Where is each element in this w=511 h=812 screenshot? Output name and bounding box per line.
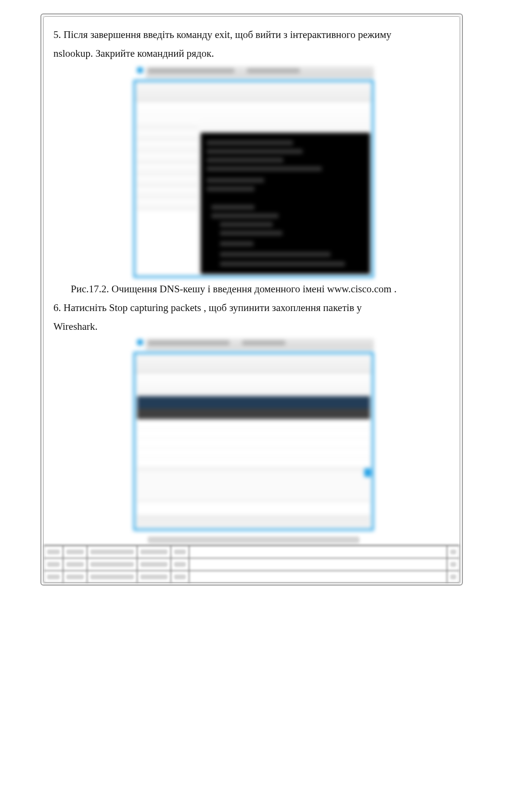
document-page-inner: 5. Після завершення введіть команду exit… [43,16,460,583]
status-bar [137,516,370,527]
figure-17-2-image [133,66,374,278]
packet-bytes-pane [137,501,370,514]
toolbar [135,82,372,101]
step-6-line-2: Wireshark. [53,318,454,335]
window-titlebar [146,66,374,78]
command-prompt-window [201,133,370,274]
bottom-table-fragment [44,545,460,582]
figure-17-3-image [133,338,374,531]
document-page-frame: 5. Після завершення введіть команду exit… [40,13,463,586]
window-icon [137,339,143,345]
wireshark-window-frame [133,352,374,531]
packet-list-rows [137,419,370,467]
packet-details-pane [137,469,370,500]
wireshark-toolbar [135,354,372,373]
figure-17-3-caption-blurred [53,535,454,546]
packet-list-header [137,396,370,409]
side-list [137,118,198,274]
filter-bar [137,374,370,395]
window-icon [137,67,143,73]
step-5-line-2: nslookup. Закрийте командний рядок. [53,45,454,62]
figure-17-2-caption: Рис.17.2. Очищення DNS-кешу і введення д… [53,281,454,298]
window-titlebar [146,338,374,350]
step-6-line-1: 6. Натисніть Stop capturing packets , що… [53,300,454,316]
scrollbar-thumb [364,468,371,477]
step-5-line-1: 5. Після завершення введіть команду exit… [53,26,454,43]
packet-list-selected-row [137,409,370,419]
app-window-frame [133,80,374,278]
